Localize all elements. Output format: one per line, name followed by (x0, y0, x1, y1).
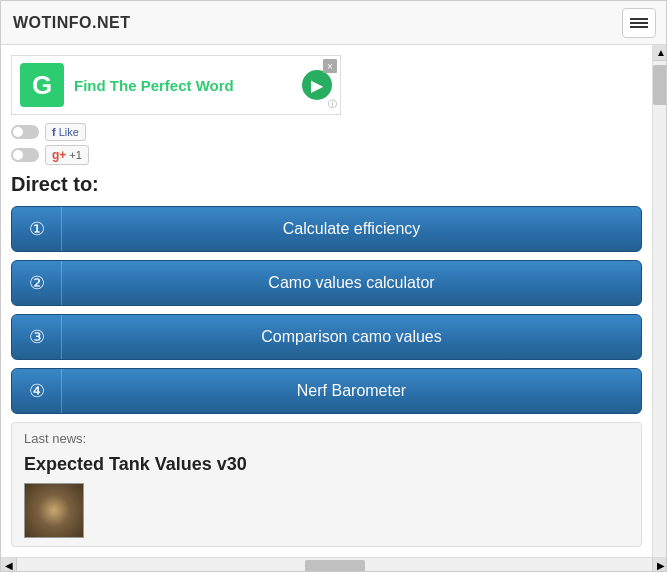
nav-btn-4-label: Nerf Barometer (62, 382, 641, 400)
fb-like-button[interactable]: f Like (45, 123, 86, 141)
nav-btn-2-num: ② (12, 261, 62, 305)
nav-btn-2-label: Camo values calculator (62, 274, 641, 292)
hamburger-icon (630, 16, 648, 30)
social-buttons: f Like g+ +1 (11, 123, 642, 165)
fb-icon: f (52, 126, 56, 138)
nav-btn-3-num: ③ (12, 315, 62, 359)
ad-arrow-button[interactable]: ▶ (302, 70, 332, 100)
main-content: G Find The Perfect Word ▶ × ⓘ f Like (1, 45, 667, 572)
ad-info-icon: ⓘ (328, 98, 337, 111)
ad-text: Find The Perfect Word (74, 77, 292, 94)
gplus-button[interactable]: g+ +1 (45, 145, 89, 165)
gplus-row: g+ +1 (11, 145, 642, 165)
nav-buttons: ① Calculate efficiency ② Camo values cal… (11, 206, 642, 414)
nav-btn-3-label: Comparison camo values (62, 328, 641, 346)
h-scroll-thumb[interactable] (305, 560, 365, 572)
ad-banner: G Find The Perfect Word ▶ × ⓘ (11, 55, 341, 115)
h-scroll-left-button[interactable]: ◀ (1, 558, 17, 573)
last-news-section: Last news: Expected Tank Values v30 (11, 422, 642, 547)
navbar-brand: WOTINFO.NET (13, 14, 130, 32)
news-thumbnail (24, 483, 84, 538)
fb-like-row: f Like (11, 123, 642, 141)
ad-close-button[interactable]: × (323, 59, 337, 73)
navbar: WOTINFO.NET (1, 1, 667, 45)
fb-like-label: Like (59, 126, 79, 138)
gplus-label: +1 (69, 149, 82, 161)
scroll-thumb[interactable] (653, 65, 667, 105)
gplus-toggle[interactable] (11, 148, 39, 162)
direct-to-title: Direct to: (11, 173, 642, 196)
h-scroll-track (17, 558, 652, 572)
nav-btn-4-num: ④ (12, 369, 62, 413)
ad-logo-letter: G (32, 70, 52, 101)
vertical-scrollbar[interactable]: ▲ (652, 45, 667, 572)
news-thumb-image (25, 484, 83, 537)
last-news-label: Last news: (24, 431, 629, 446)
ad-logo: G (20, 63, 64, 107)
horizontal-scrollbar: ◀ ▶ (1, 557, 667, 572)
nav-btn-3[interactable]: ③ Comparison camo values (11, 314, 642, 360)
scroll-up-button[interactable]: ▲ (653, 45, 667, 61)
navbar-toggle-button[interactable] (622, 8, 656, 38)
nav-btn-4[interactable]: ④ Nerf Barometer (11, 368, 642, 414)
gplus-icon: g+ (52, 148, 66, 162)
nav-btn-1-label: Calculate efficiency (62, 220, 641, 238)
nav-btn-2[interactable]: ② Camo values calculator (11, 260, 642, 306)
nav-btn-1[interactable]: ① Calculate efficiency (11, 206, 642, 252)
fb-toggle[interactable] (11, 125, 39, 139)
nav-btn-1-num: ① (12, 207, 62, 251)
news-title: Expected Tank Values v30 (24, 454, 629, 475)
h-scroll-right-button[interactable]: ▶ (652, 558, 667, 573)
content-area: G Find The Perfect Word ▶ × ⓘ f Like (1, 45, 652, 572)
